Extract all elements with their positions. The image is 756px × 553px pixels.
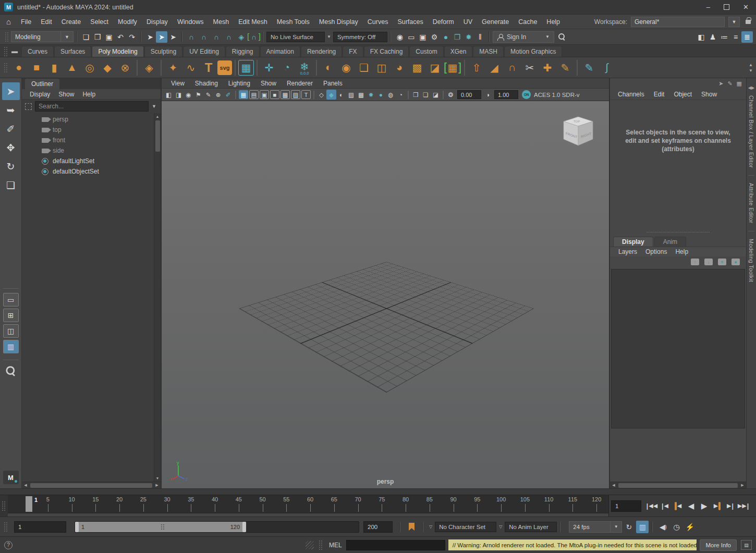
- menu-file[interactable]: File: [16, 18, 36, 26]
- character-set-field[interactable]: No Character Set: [435, 522, 496, 532]
- view-cube[interactable]: TOP FRONT RIGHT: [561, 115, 595, 151]
- menu-curves[interactable]: Curves: [363, 18, 393, 26]
- scroll-up-icon[interactable]: ▲: [156, 113, 160, 120]
- timeline-ruler[interactable]: 1 51015202530354045505560657075808590951…: [8, 495, 609, 517]
- menu-windows[interactable]: Windows: [173, 18, 209, 26]
- poly-disc-icon[interactable]: ⊗: [116, 59, 134, 77]
- layout-four-pane[interactable]: ⊞: [3, 309, 19, 322]
- panel-menu-view[interactable]: View: [166, 80, 190, 87]
- outliner-tab[interactable]: Outliner: [25, 79, 59, 89]
- menu-mesh[interactable]: Mesh: [209, 18, 234, 26]
- previous-key-button[interactable]: |◀: [672, 499, 685, 513]
- mute-audio-icon[interactable]: ◀)): [656, 521, 669, 533]
- layout-single-pane[interactable]: ▭: [3, 293, 19, 306]
- anim-layer-dropdown-icon[interactable]: ▽: [499, 524, 502, 529]
- play-backwards-button[interactable]: ◀: [685, 499, 698, 513]
- select-object-icon[interactable]: ➤: [156, 31, 167, 43]
- flat-shade-icon[interactable]: ◐: [336, 90, 346, 100]
- svg-tool-icon[interactable]: svg: [217, 60, 232, 75]
- current-time-marker[interactable]: [26, 496, 32, 512]
- render-setup-icon[interactable]: ❐: [452, 31, 463, 43]
- help-icon[interactable]: ?: [4, 541, 13, 549]
- menu-deform[interactable]: Deform: [428, 18, 459, 26]
- channel-box-toggle-icon[interactable]: ≔: [718, 31, 730, 43]
- shelf-tab-uv-editing[interactable]: UV Editing: [183, 46, 225, 57]
- live-surface-field[interactable]: No Live Surface: [266, 32, 325, 42]
- shelf-tab-animation[interactable]: Animation: [260, 46, 300, 57]
- timeline-tick[interactable]: 90: [442, 495, 466, 513]
- range-drag-grip[interactable]: [161, 524, 165, 530]
- add-bookmark-icon[interactable]: [409, 523, 414, 531]
- statusline-grip[interactable]: [5, 32, 9, 42]
- bridge-icon[interactable]: ∩: [503, 59, 521, 77]
- move-layer-down-icon[interactable]: ↓: [704, 259, 713, 265]
- menu-help[interactable]: Help: [542, 18, 565, 26]
- outliner-item-persp[interactable]: persp: [22, 114, 154, 125]
- poly-plane-icon[interactable]: ◆: [99, 59, 116, 77]
- snap-to-grids-icon[interactable]: ∩: [186, 31, 197, 43]
- poly-sphere-icon[interactable]: ●: [10, 59, 28, 77]
- occlusion-icon[interactable]: ◍: [386, 90, 396, 100]
- image-plane-icon[interactable]: ✎: [203, 90, 213, 100]
- timeline-tick[interactable]: 85: [418, 495, 442, 513]
- menu-uv[interactable]: UV: [459, 18, 477, 26]
- poly-helix-icon[interactable]: ∿: [182, 59, 200, 77]
- shelf-tab-mash[interactable]: MASH: [473, 46, 504, 57]
- animation-start-field[interactable]: [14, 521, 66, 533]
- scrollbar-thumb[interactable]: [155, 120, 160, 152]
- menu-create[interactable]: Create: [57, 18, 86, 26]
- command-language-label[interactable]: MEL: [329, 542, 342, 549]
- timeline-tick[interactable]: 55: [275, 495, 299, 513]
- channel-menu-object[interactable]: Object: [669, 91, 697, 98]
- reset-transform-icon[interactable]: ◔: [278, 59, 296, 77]
- layer-menu-options[interactable]: Options: [641, 248, 671, 255]
- timeline-tick[interactable]: 75: [370, 495, 394, 513]
- field-chart-icon[interactable]: ▩: [281, 90, 290, 99]
- smooth-shade-icon[interactable]: ◆: [326, 90, 336, 100]
- character-set-dropdown-icon[interactable]: ▽: [429, 524, 432, 529]
- move-tool[interactable]: ✥: [2, 139, 20, 156]
- modeling-toolkit-toggle-icon[interactable]: ◧: [696, 31, 707, 43]
- timeline-tick[interactable]: 110: [537, 495, 561, 513]
- make-live-icon[interactable]: ∩: [248, 31, 260, 43]
- scale-tool[interactable]: ❏: [2, 176, 20, 194]
- outliner-search-dropdown-icon[interactable]: ▼: [152, 104, 156, 109]
- snap-to-projected-center-icon[interactable]: ∩: [223, 31, 235, 43]
- panel-splitter[interactable]: [647, 232, 710, 236]
- scrollbar-thumb[interactable]: [30, 483, 152, 488]
- new-scene-icon[interactable]: ❏: [80, 31, 92, 43]
- layout-two-pane[interactable]: ◫: [3, 324, 19, 338]
- menu-generate[interactable]: Generate: [477, 18, 514, 26]
- camera-select-icon[interactable]: ◉: [184, 90, 193, 100]
- shelf-grip[interactable]: [4, 46, 8, 57]
- user-avatar[interactable]: M: [3, 471, 19, 484]
- timeline-tick[interactable]: 45: [227, 495, 251, 513]
- create-empty-layer-icon[interactable]: +: [718, 259, 726, 265]
- workspace-lock-icon[interactable]: [746, 20, 751, 24]
- outliner-horizontal-scrollbar[interactable]: ◀ ▶: [22, 482, 161, 488]
- menu-edit[interactable]: Edit: [36, 18, 57, 26]
- bezier-curve-icon[interactable]: ∫: [598, 59, 616, 77]
- sweep-mesh-icon[interactable]: ▦: [238, 60, 254, 76]
- shelf-icons-grip[interactable]: [4, 63, 8, 73]
- boolean-difference-icon[interactable]: ◕: [391, 59, 408, 77]
- channel-menu-show[interactable]: Show: [697, 91, 722, 98]
- playback-loop-icon[interactable]: ↻: [623, 521, 635, 533]
- rotate-tool[interactable]: ↻: [2, 157, 20, 175]
- timeline-tick[interactable]: 15: [84, 495, 108, 513]
- fill-hole-icon[interactable]: ▩: [408, 59, 426, 77]
- outliner-menu-help[interactable]: Help: [79, 91, 99, 98]
- sign-in-button[interactable]: Sign In ▼: [493, 31, 554, 43]
- outliner-menu-show[interactable]: Show: [55, 91, 78, 98]
- paint-select-tool[interactable]: ✐: [2, 120, 20, 138]
- command-line-grip[interactable]: [319, 540, 323, 550]
- shelf-tab-curves[interactable]: Curves: [21, 46, 54, 57]
- target-weld-icon[interactable]: ✚: [539, 59, 556, 77]
- menu-modify[interactable]: Modify: [113, 18, 142, 26]
- isolate-select-icon[interactable]: ❐: [411, 90, 421, 100]
- outliner-vertical-scrollbar[interactable]: ▲ ▼: [154, 113, 161, 482]
- minimize-button[interactable]: –: [706, 3, 710, 11]
- fog-icon[interactable]: ❏: [421, 90, 431, 100]
- fps-dropdown-arrow[interactable]: ▼: [611, 521, 622, 533]
- outliner-item-defaultObjectSet[interactable]: defaultObjectSet: [22, 166, 154, 177]
